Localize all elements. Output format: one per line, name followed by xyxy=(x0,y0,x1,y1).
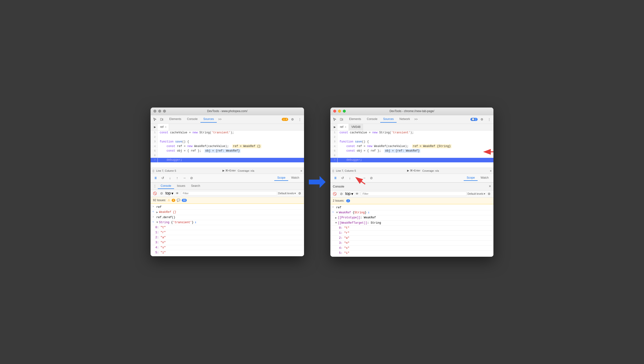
device-icon-right[interactable] xyxy=(339,116,344,122)
top-selector-left[interactable]: top ▾ xyxy=(165,191,173,196)
tab-more-right[interactable]: >> xyxy=(413,116,419,122)
console-clear-btn-left[interactable]: 🚫 xyxy=(152,190,158,196)
run-btn-left[interactable]: ▶ ⌘+Enter xyxy=(223,169,236,172)
min-btn-left[interactable] xyxy=(158,110,161,112)
levels-btn-right[interactable]: Default levels ▾ xyxy=(468,192,485,196)
console-entry-5-left: 0: "t" xyxy=(151,225,304,230)
expand-2-right[interactable]: ▼ xyxy=(336,211,338,214)
console-ban-right[interactable]: ⊘ xyxy=(339,191,344,196)
coverage-right: Coverage: n/a xyxy=(422,169,439,172)
step-over-btn-left[interactable]: ↺ xyxy=(160,175,166,181)
right-status-bar: {} Line 7, Column 5 ▶ ⌘+Enter Coverage: … xyxy=(330,168,493,174)
line-col-left: Line 7, Column 5 xyxy=(156,169,176,172)
wrap-icon-left[interactable]: ≡ xyxy=(301,169,302,172)
svg-rect-5 xyxy=(340,118,342,120)
play-icon-right[interactable]: ▶ xyxy=(332,124,338,130)
eye-icon-right[interactable]: 👁 xyxy=(354,191,360,196)
scope-tab-right[interactable]: Scope xyxy=(464,175,478,181)
pause-btn-left[interactable]: ⏸ xyxy=(152,175,159,181)
tab-sources-right[interactable]: Sources xyxy=(380,116,396,122)
tab-network-right[interactable]: Network xyxy=(396,116,413,122)
step-over-btn-right[interactable]: ↺ xyxy=(339,175,346,181)
right-console-header: Console × xyxy=(330,183,493,190)
step-btn-right[interactable]: → xyxy=(361,175,367,181)
left-bottom-tab-bar: ⋮ Console Issues Search xyxy=(151,183,304,190)
breakpoints-btn-left[interactable]: ⊘ xyxy=(188,175,195,181)
file-tab-close-left[interactable]: × xyxy=(165,126,166,128)
more-icon-right[interactable]: ⋮ xyxy=(486,116,492,122)
step-out-btn-left[interactable]: ↑ xyxy=(174,175,180,181)
right-bottom-panel: Console × 🚫 ⊘ top ▾ 👁 Default levels ▾ xyxy=(330,182,493,257)
console-filter-right[interactable] xyxy=(361,192,467,196)
tab-elements-right[interactable]: Elements xyxy=(346,116,364,122)
code-line-7-left: 7 debugger; xyxy=(151,158,304,162)
tab-sources-left[interactable]: Sources xyxy=(200,116,217,122)
levels-btn-left[interactable]: Default levels ▾ xyxy=(278,192,296,195)
console-entry-10-left: 5: "i" xyxy=(151,250,304,255)
console-entry-7-right: 2: "a" xyxy=(330,236,493,241)
file-tab-close-ref-right[interactable]: × xyxy=(345,126,346,128)
wrap-icon-right[interactable]: ≡ xyxy=(490,169,492,172)
console-filter-left[interactable] xyxy=(181,191,277,196)
left-tab-bar: Elements Console Sources >> ⚠ 4 ⚙ ⋮ xyxy=(151,115,304,124)
min-btn-right[interactable] xyxy=(338,110,341,112)
left-tab-bar-icons xyxy=(152,116,164,122)
left-devtools-body: Elements Console Sources >> ⚠ 4 ⚙ ⋮ ▶ re… xyxy=(151,115,304,256)
console-clear-btn-right[interactable]: 🚫 xyxy=(332,191,338,196)
bottom-tab-search-left[interactable]: Search xyxy=(188,183,203,189)
arrow-1-left: > xyxy=(152,206,155,208)
scope-tab-left[interactable]: Scope xyxy=(274,175,288,181)
tab-console-left[interactable]: Console xyxy=(184,116,200,122)
play-icon-left[interactable]: ▶ xyxy=(152,124,158,130)
max-btn-right[interactable] xyxy=(343,110,346,112)
top-label-left: top xyxy=(165,191,171,196)
pause-btn-right[interactable]: ⏸ xyxy=(332,175,339,181)
cursor-icon[interactable] xyxy=(152,116,158,122)
settings-icon-right[interactable]: ⚙ xyxy=(479,116,485,122)
step-into-btn-right[interactable]: ↓ xyxy=(347,175,353,181)
bottom-tab-issues-left[interactable]: Issues xyxy=(174,183,188,189)
step-out-btn-right[interactable]: ↑ xyxy=(354,175,360,181)
expand-2-left[interactable]: ▶ xyxy=(156,210,158,214)
device-icon[interactable] xyxy=(159,116,164,122)
more-icon-left[interactable]: ⋮ xyxy=(297,116,303,122)
file-tab-ref-left[interactable]: ref × xyxy=(158,124,169,130)
eye-icon-left[interactable]: 👁 xyxy=(174,190,180,196)
close-btn-left[interactable] xyxy=(153,110,156,112)
bottom-tab-console-left[interactable]: Console xyxy=(158,183,174,189)
console-settings-left[interactable]: ⚙ xyxy=(297,190,303,196)
step-btn-left[interactable]: → xyxy=(181,175,187,181)
bottom-menu-icon-left[interactable]: ⋮ xyxy=(152,183,158,189)
file-tab-vm-right[interactable]: VM348 xyxy=(349,124,363,130)
watch-tab-right[interactable]: Watch xyxy=(478,175,492,181)
window-controls-right xyxy=(333,110,346,112)
console-close-btn[interactable]: × xyxy=(489,184,491,188)
console-entry-1-right: > ref xyxy=(330,205,493,210)
right-tab-bar-icons xyxy=(332,116,344,122)
entry-text-1-right: ref xyxy=(336,206,341,209)
left-bottom-panel: ⋮ Console Issues Search 🚫 ⊘ top ▾ 👁 xyxy=(151,182,304,256)
console-ban-left[interactable]: ⊘ xyxy=(159,190,164,196)
settings-icon-left[interactable]: ⚙ xyxy=(290,116,295,122)
code-line-4-left: 4 const ref = new WeakRef(cacheValue); r… xyxy=(151,144,304,149)
left-status-bar: {} Line 7, Column 5 ▶ ⌘+Enter Coverage: … xyxy=(151,168,304,174)
tab-console-right[interactable]: Console xyxy=(364,116,380,122)
top-selector-right[interactable]: top ▾ xyxy=(345,192,353,196)
tab-elements-left[interactable]: Elements xyxy=(166,116,184,122)
close-btn-right[interactable] xyxy=(333,110,336,112)
run-btn-right[interactable]: ▶ ⌘+Enter xyxy=(407,169,420,172)
expand-3-right[interactable]: ▶ xyxy=(335,216,337,220)
expand-4-left[interactable]: ▼ xyxy=(156,221,158,224)
max-btn-left[interactable] xyxy=(163,110,166,112)
tab-more-left[interactable]: >> xyxy=(217,116,223,122)
expand-4-right[interactable]: ▼ xyxy=(335,221,337,225)
right-devtools-body: Elements Console Sources Network >> 💬 2 … xyxy=(330,115,493,257)
file-tab-ref-right[interactable]: ref × xyxy=(338,124,349,130)
breakpoints-btn-right[interactable]: ⊘ xyxy=(368,175,374,181)
console-settings-right[interactable]: ⚙ xyxy=(486,191,492,196)
step-into-btn-left[interactable]: ↓ xyxy=(167,175,173,181)
cursor-icon-right[interactable] xyxy=(332,116,338,122)
console-entry-5-right: 0: "t" xyxy=(330,226,493,230)
issues-count-left: 4 xyxy=(286,118,287,121)
watch-tab-left[interactable]: Watch xyxy=(288,175,302,181)
